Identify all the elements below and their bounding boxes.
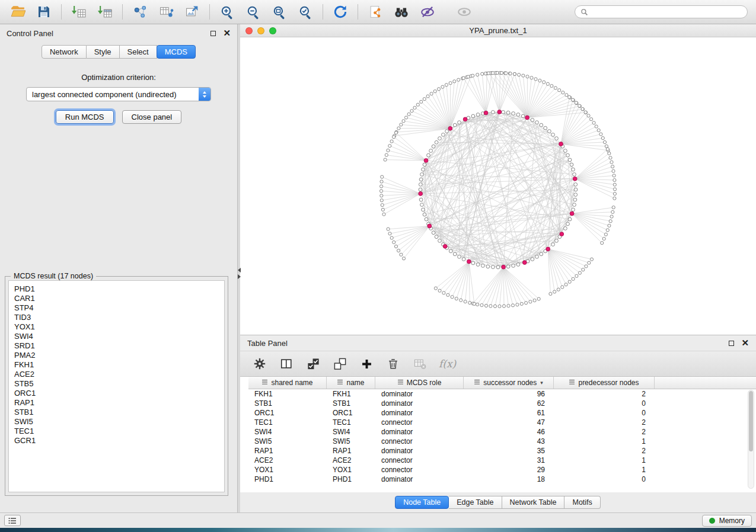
node-table: shared namenameMCDS rolesuccessor nodes▾…: [240, 377, 756, 492]
tab-network-table[interactable]: Network Table: [502, 496, 565, 509]
delete-column-button[interactable]: [385, 356, 401, 371]
float-panel-icon[interactable]: [210, 31, 216, 36]
table-row[interactable]: STB1STB1dominator620: [248, 399, 756, 408]
search-input[interactable]: [591, 7, 742, 17]
window-minimize-light[interactable]: [257, 27, 264, 34]
list-item[interactable]: RAP1: [14, 398, 224, 408]
list-item[interactable]: YOX1: [14, 322, 224, 332]
table-row[interactable]: TEC1TEC1connector472: [248, 418, 756, 427]
refresh-icon: [333, 4, 348, 20]
status-bar: Memory: [0, 512, 756, 528]
table-row[interactable]: PHD1PHD1dominator180: [248, 475, 756, 484]
close-panel-icon[interactable]: ✕: [741, 340, 749, 346]
hide-annotations-button[interactable]: [416, 2, 439, 22]
function-builder-button[interactable]: f(x): [439, 356, 456, 371]
run-mcds-button[interactable]: Run MCDS: [56, 110, 114, 124]
tab-network[interactable]: Network: [42, 45, 87, 59]
table-cell: TEC1: [327, 418, 375, 427]
list-item[interactable]: GCR1: [14, 436, 224, 446]
export-network-button[interactable]: [128, 2, 152, 22]
table-cell: 18: [464, 475, 554, 484]
table-row[interactable]: YOX1YOX1connector291: [248, 465, 756, 475]
memory-button[interactable]: Memory: [702, 515, 752, 527]
network-canvas[interactable]: [240, 38, 756, 335]
tab-select[interactable]: Select: [120, 45, 157, 59]
tab-mcds[interactable]: MCDS: [157, 45, 196, 59]
import-network-button[interactable]: [67, 2, 91, 22]
table-cell: SWI4: [327, 427, 375, 437]
column-sort-icon: [337, 379, 343, 387]
unchecked-boxes-icon: [333, 357, 347, 371]
close-panel-button[interactable]: Close panel: [122, 110, 182, 124]
search-network-button[interactable]: [390, 2, 413, 22]
open-file-button[interactable]: [6, 2, 30, 22]
list-item[interactable]: CAR1: [14, 294, 224, 303]
list-item[interactable]: SWI5: [14, 417, 224, 427]
table-row[interactable]: SWI5SWI5connector431: [248, 437, 756, 446]
close-panel-icon[interactable]: ✕: [223, 30, 231, 36]
table-settings-button[interactable]: [252, 356, 267, 371]
tab-style[interactable]: Style: [87, 45, 120, 59]
list-item[interactable]: TEC1: [14, 427, 224, 436]
list-item[interactable]: PMA2: [14, 351, 224, 360]
list-item[interactable]: STB5: [14, 379, 224, 389]
import-table-button[interactable]: [93, 2, 117, 22]
table-row[interactable]: FKH1FKH1dominator962: [248, 389, 756, 399]
task-history-button[interactable]: [4, 515, 21, 526]
search-box[interactable]: [575, 5, 748, 18]
select-all-columns-button[interactable]: [305, 356, 321, 371]
create-column-button[interactable]: [359, 356, 374, 371]
list-item[interactable]: ORC1: [14, 389, 224, 398]
window-close-light[interactable]: [245, 27, 253, 34]
show-columns-button[interactable]: [279, 356, 294, 371]
list-item[interactable]: SRD1: [14, 341, 224, 351]
column-header[interactable]: name: [327, 377, 375, 389]
refresh-button[interactable]: [328, 2, 352, 22]
mcds-result-list[interactable]: PHD1CAR1STP4TID3YOX1SWI4SRD1PMA2FKH1ACE2…: [8, 280, 225, 492]
list-item[interactable]: ACE2: [14, 370, 224, 379]
optimization-criterion-select[interactable]: largest connected component (undirected): [26, 87, 211, 101]
unselect-all-columns-button[interactable]: [332, 356, 347, 371]
list-item[interactable]: PHD1: [14, 284, 224, 294]
column-sort-icon: [474, 379, 480, 387]
network-window-titlebar[interactable]: YPA_prune.txt_1: [240, 24, 756, 37]
window-zoom-light[interactable]: [269, 27, 276, 34]
table-cell: TEC1: [248, 418, 327, 427]
gear-icon: [253, 357, 266, 370]
column-header[interactable]: shared name: [248, 377, 327, 389]
column-header[interactable]: successor nodes▾: [464, 377, 554, 389]
float-panel-icon[interactable]: [729, 341, 734, 346]
tab-motifs[interactable]: Motifs: [564, 496, 600, 509]
table-cell: 29: [464, 465, 554, 475]
tab-edge-table[interactable]: Edge Table: [449, 496, 502, 509]
zoom-fit-button[interactable]: [267, 2, 291, 22]
table-row[interactable]: RAP1RAP1dominator352: [248, 446, 756, 456]
share-document-button[interactable]: [363, 2, 387, 22]
column-header-label: MCDS role: [407, 379, 442, 387]
zoom-in-button[interactable]: [215, 2, 239, 22]
table-row[interactable]: ORC1ORC1dominator610: [248, 408, 756, 418]
column-header[interactable]: predecessor nodes: [554, 377, 655, 389]
tab-node-table[interactable]: Node Table: [395, 496, 449, 509]
task-list-icon: [8, 517, 17, 524]
table-row[interactable]: SWI4SWI4dominator462: [248, 427, 756, 437]
show-eye-button[interactable]: [452, 2, 476, 22]
list-item[interactable]: STP4: [14, 303, 224, 313]
splitter-collapse-handle[interactable]: [234, 265, 244, 281]
list-item[interactable]: STB1: [14, 408, 224, 417]
toolbar-separator: [209, 4, 210, 20]
table-cell: 0: [554, 475, 655, 484]
zoom-out-button[interactable]: [241, 2, 265, 22]
list-item[interactable]: SWI4: [14, 332, 224, 341]
new-network-table-button[interactable]: [154, 2, 178, 22]
list-item[interactable]: TID3: [14, 313, 224, 322]
table-row[interactable]: ACE2ACE2connector311: [248, 456, 756, 465]
save-session-button[interactable]: [32, 2, 56, 22]
export-image-button[interactable]: [180, 2, 204, 22]
zoom-selected-button[interactable]: [294, 2, 317, 22]
table-scrollbar[interactable]: [748, 390, 754, 489]
scrollbar-thumb[interactable]: [749, 391, 753, 451]
delete-table-button[interactable]: [412, 356, 428, 371]
column-header[interactable]: MCDS role: [375, 377, 464, 389]
list-item[interactable]: FKH1: [14, 360, 224, 370]
